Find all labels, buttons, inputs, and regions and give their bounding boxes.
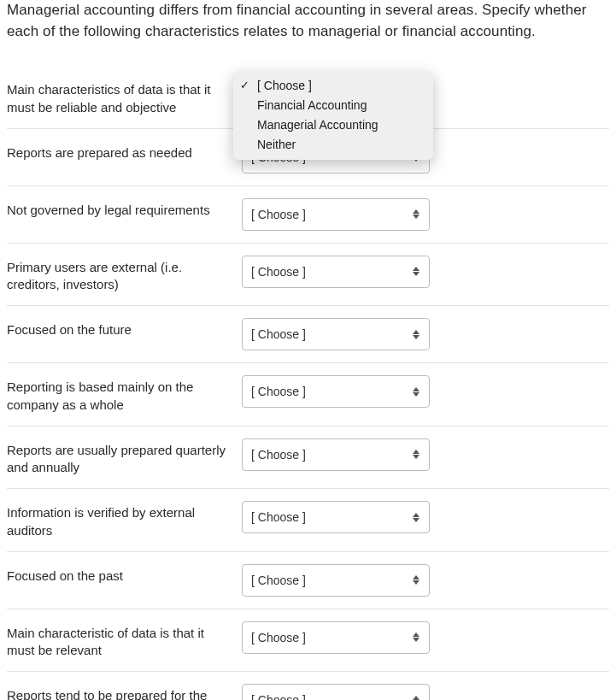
check-icon: ✓ — [240, 78, 249, 93]
question-label: Focused on the past — [7, 564, 242, 585]
question-label: Reports are prepared as needed — [7, 141, 242, 162]
select-value: [ Choose ] — [251, 631, 306, 644]
question-row: Primary users are external (i.e. credito… — [7, 244, 609, 307]
question-row: Focused on the future [ Choose ] — [7, 306, 609, 363]
dropdown-option-label: Neither — [257, 138, 296, 151]
question-row: Reports tend to be prepared for the part… — [7, 672, 609, 700]
question-label: Reports are usually prepared quarterly a… — [7, 438, 242, 477]
question-label: Not governed by legal requirements — [7, 198, 242, 219]
answer-select[interactable]: [ Choose ] — [242, 256, 430, 288]
answer-select[interactable]: [ Choose ] — [242, 375, 430, 408]
dropdown-option[interactable]: Neither — [233, 135, 433, 155]
updown-icon — [412, 511, 420, 523]
dropdown-option[interactable]: ✓ [ Choose ] — [233, 76, 433, 96]
question-label: Focused on the future — [7, 318, 242, 338]
updown-icon — [412, 266, 420, 278]
updown-icon — [412, 328, 420, 340]
dropdown-option[interactable]: Financial Accounting — [233, 96, 433, 115]
answer-select[interactable]: [ Choose ] — [242, 198, 430, 231]
question-label: Main characteristic of data is that it m… — [7, 621, 242, 660]
select-value: [ Choose ] — [251, 510, 306, 524]
question-row: Reports are usually prepared quarterly a… — [7, 426, 609, 490]
select-value: [ Choose ] — [251, 448, 306, 462]
question-row: Reporting is based mainly on the company… — [7, 363, 609, 426]
dropdown-option-label: Financial Accounting — [257, 98, 367, 112]
question-label: Reporting is based mainly on the company… — [7, 375, 242, 414]
updown-icon — [412, 449, 420, 461]
question-row: Information is verified by external audi… — [7, 489, 609, 552]
question-row: Focused on the past [ Choose ] — [7, 552, 609, 609]
updown-icon — [412, 632, 420, 644]
answer-select[interactable]: [ Choose ] — [242, 564, 430, 597]
updown-icon — [412, 574, 420, 586]
updown-icon — [412, 694, 420, 700]
question-row: Not governed by legal requirements [ Cho… — [7, 186, 609, 244]
question-label: Primary users are external (i.e. credito… — [7, 256, 242, 294]
question-intro: Managerial accounting differs from finan… — [7, 0, 609, 42]
updown-icon — [412, 385, 420, 397]
select-value: [ Choose ] — [251, 327, 306, 341]
dropdown-option-label: Managerial Accounting — [257, 118, 378, 132]
answer-select[interactable]: [ Choose ] — [242, 621, 430, 654]
dropdown-option[interactable]: Managerial Accounting — [233, 115, 433, 135]
select-value: [ Choose ] — [251, 208, 306, 221]
question-label: Information is verified by external audi… — [7, 501, 242, 539]
question-row: Main characteristics of data is that it … — [7, 66, 609, 129]
answer-select[interactable]: [ Choose ] — [242, 318, 430, 350]
question-label: Reports tend to be prepared for the part… — [7, 684, 242, 700]
select-value: [ Choose ] — [251, 574, 306, 587]
updown-icon — [412, 209, 420, 221]
answer-select[interactable]: [ Choose ] — [242, 501, 430, 533]
select-value: [ Choose ] — [251, 265, 306, 279]
dropdown-option-label: [ Choose ] — [257, 79, 312, 92]
question-row: Main characteristic of data is that it m… — [7, 609, 609, 673]
question-label: Main characteristics of data is that it … — [7, 78, 242, 116]
select-value: [ Choose ] — [251, 385, 306, 398]
answer-select[interactable]: [ Choose ] — [242, 438, 430, 471]
select-dropdown: ✓ [ Choose ] Financial Accounting Manage… — [233, 71, 433, 160]
select-value: [ Choose ] — [251, 693, 306, 700]
answer-select[interactable]: [ Choose ] — [242, 684, 430, 700]
